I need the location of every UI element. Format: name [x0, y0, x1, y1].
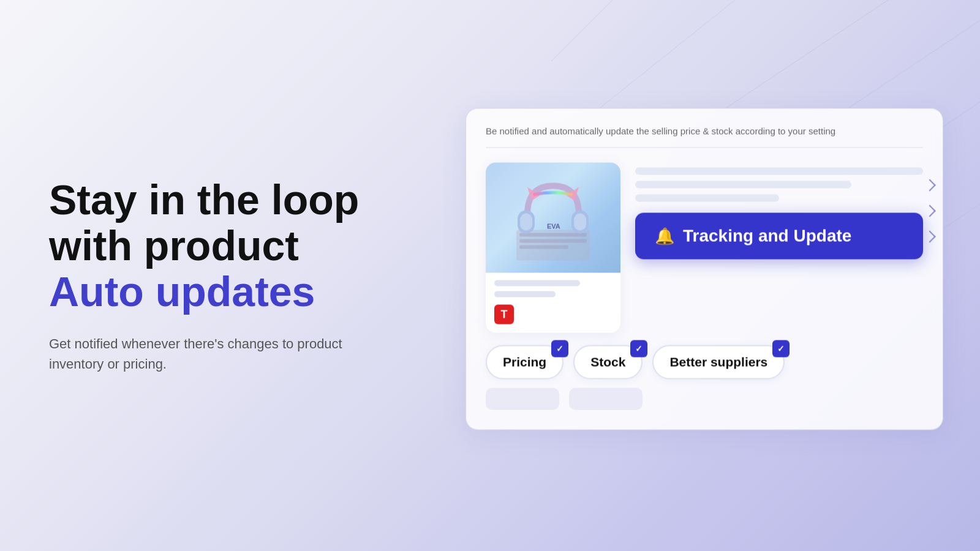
bell-icon: 🔔 [655, 227, 674, 246]
subtext: Get notified whenever there's changes to… [49, 334, 368, 374]
headline-line2: with product [49, 223, 368, 269]
svg-rect-10 [519, 239, 587, 242]
chips-placeholders [486, 388, 923, 410]
product-line-1 [494, 280, 580, 286]
chips-placeholder-1 [486, 388, 559, 410]
tracking-button-label: Tracking and Update [683, 226, 851, 246]
product-line-2 [494, 291, 556, 297]
product-image: EVA [486, 162, 620, 272]
tracking-update-button[interactable]: 🔔 Tracking and Update [635, 212, 923, 259]
chip-pricing-label: Pricing [503, 354, 546, 369]
arrow-2 [924, 205, 936, 217]
chip-pricing[interactable]: Pricing ✓ [486, 345, 564, 379]
card-right: 🔔 Tracking and Update [635, 162, 923, 259]
card-right-wrapper: 🔔 Tracking and Update [635, 162, 923, 259]
product-logo: T [494, 304, 514, 324]
chip-stock-check: ✓ [630, 340, 647, 357]
headline-accent: Auto updates [49, 268, 368, 314]
headphones-illustration: EVA [504, 168, 602, 266]
svg-rect-17 [574, 213, 586, 230]
svg-rect-11 [519, 245, 568, 249]
placeholder-rows [635, 162, 923, 201]
chip-stock[interactable]: Stock ✓ [573, 345, 643, 379]
main-card: Be notified and automatically update the… [466, 108, 943, 430]
chip-better-suppliers[interactable]: Better suppliers ✓ [652, 345, 785, 379]
chips-placeholder-2 [569, 388, 643, 410]
card-inner: EVA T [486, 162, 923, 332]
svg-line-0 [551, 0, 796, 61]
chip-stock-label: Stock [590, 354, 625, 369]
chip-suppliers-label: Better suppliers [669, 354, 767, 369]
chips-row: Pricing ✓ Stock ✓ Better suppliers ✓ [486, 345, 923, 379]
placeholder-row-2 [635, 181, 851, 188]
placeholder-row-3 [635, 194, 779, 201]
arrow-3 [924, 231, 936, 243]
svg-line-1 [582, 0, 888, 122]
headline-line1: Stay in the loop [49, 177, 368, 223]
chip-pricing-check: ✓ [551, 340, 568, 357]
arrow-decorations [925, 181, 934, 241]
placeholder-row-1 [635, 167, 923, 174]
chip-suppliers-check: ✓ [772, 340, 790, 357]
right-section: Be notified and automatically update the… [466, 108, 943, 430]
svg-rect-15 [520, 213, 532, 230]
product-info: T [486, 272, 620, 332]
arrow-1 [924, 179, 936, 192]
svg-text:EVA: EVA [547, 222, 560, 230]
card-description: Be notified and automatically update the… [486, 126, 923, 148]
product-card: EVA T [486, 162, 620, 332]
left-section: Stay in the loop with product Auto updat… [49, 177, 368, 374]
svg-rect-9 [519, 233, 587, 236]
